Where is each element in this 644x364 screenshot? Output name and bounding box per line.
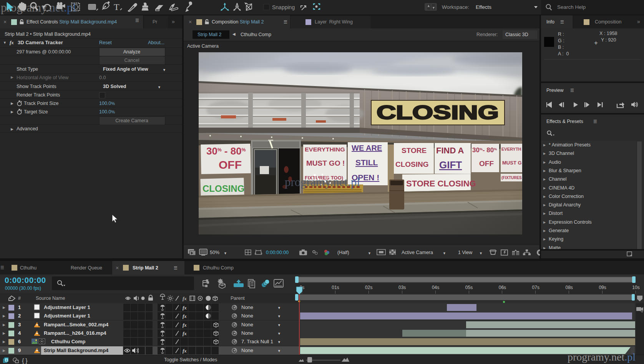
svg-text:Snapping: Snapping xyxy=(272,4,295,10)
svg-text:fx: fx xyxy=(183,296,187,301)
svg-text:Search Help: Search Help xyxy=(557,4,586,10)
svg-text:T: T xyxy=(114,2,120,12)
svg-text:programy.net.pl: programy.net.pl xyxy=(285,175,360,189)
svg-text:Workspace:: Workspace: xyxy=(442,4,469,10)
svg-text:{ }: { } xyxy=(22,357,28,364)
svg-text:fx: fx xyxy=(183,348,187,354)
svg-text:Effects: Effects xyxy=(476,4,491,10)
svg-text:fx: fx xyxy=(183,322,187,328)
svg-text:fx: fx xyxy=(183,305,187,311)
svg-text:fx: fx xyxy=(183,313,187,319)
svg-text:fx: fx xyxy=(183,331,187,336)
